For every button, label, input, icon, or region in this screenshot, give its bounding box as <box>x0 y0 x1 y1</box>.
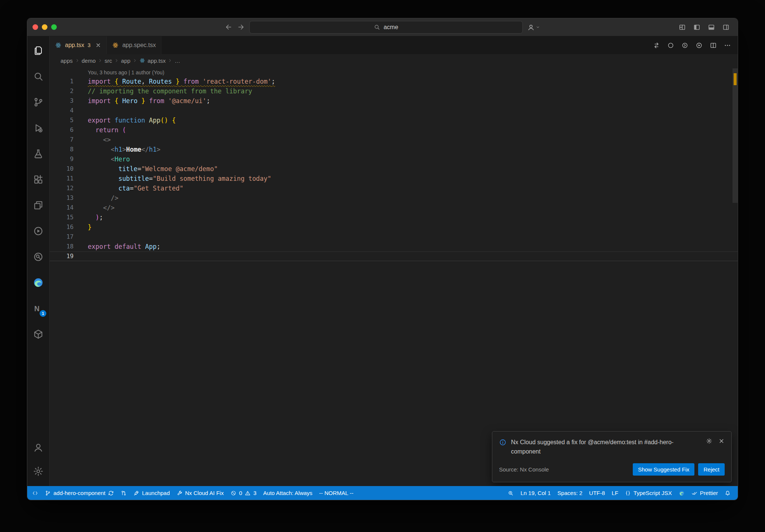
toggle-secondary-sidebar-button[interactable] <box>722 24 730 31</box>
line-number[interactable]: 3 <box>50 96 74 106</box>
run-forward-button[interactable] <box>681 42 688 49</box>
status-prettier[interactable]: Prettier <box>688 486 721 500</box>
status-zoom-indicator[interactable] <box>504 486 517 500</box>
status-gitlens[interactable] <box>117 486 130 500</box>
customize-layout-button[interactable] <box>679 24 686 31</box>
line-number[interactable]: 2 <box>50 86 74 96</box>
notification-settings-icon[interactable] <box>706 438 712 444</box>
code-text[interactable]: export function App() { <box>74 115 176 125</box>
toggle-panel-button[interactable] <box>708 24 715 31</box>
line-number[interactable]: 7 <box>50 135 74 145</box>
close-button[interactable] <box>32 24 38 30</box>
line-number[interactable]: 17 <box>50 232 74 242</box>
activity-settings[interactable] <box>27 459 49 483</box>
line-number[interactable]: 19 <box>50 251 74 261</box>
line-number[interactable]: 10 <box>50 164 74 174</box>
code-text[interactable]: <Hero <box>74 154 130 164</box>
tab-app-spec-tsx[interactable]: app.spec.tsx <box>107 36 161 54</box>
activity-run-debug[interactable] <box>27 115 49 141</box>
activity-accounts[interactable] <box>27 435 49 459</box>
line-number[interactable]: 5 <box>50 115 74 125</box>
breadcrumb-item-0[interactable]: apps <box>61 58 73 64</box>
line-number[interactable]: 11 <box>50 174 74 183</box>
code-text[interactable]: export default App; <box>74 242 161 251</box>
status-cursor-position[interactable]: Ln 19, Col 1 <box>517 486 554 500</box>
line-number[interactable]: 13 <box>50 193 74 203</box>
status-encoding[interactable]: UTF-8 <box>586 486 608 500</box>
code-text[interactable]: ); <box>74 213 103 222</box>
line-number[interactable]: 15 <box>50 213 74 222</box>
status-notifications-bell[interactable] <box>721 486 734 500</box>
breadcrumb-item-3[interactable]: app <box>121 58 130 64</box>
line-number[interactable]: 16 <box>50 222 74 232</box>
notification-close-icon[interactable] <box>718 438 725 444</box>
status-edge-devtools[interactable] <box>675 486 688 500</box>
activity-edge-tools[interactable] <box>27 270 49 296</box>
more-actions-button[interactable] <box>724 42 731 49</box>
activity-testing[interactable] <box>27 141 49 167</box>
line-number[interactable]: 4 <box>50 106 74 115</box>
back-button[interactable] <box>225 23 233 31</box>
breadcrumb-item-5[interactable]: … <box>174 58 180 64</box>
breadcrumb-item-1[interactable]: demo <box>82 58 96 64</box>
activity-extensions[interactable] <box>27 167 49 192</box>
activity-nx-console[interactable]: N1 <box>27 296 49 321</box>
open-changes-button[interactable] <box>653 42 660 49</box>
activity-code-inspect[interactable] <box>27 244 49 270</box>
code-text[interactable]: import { Route, Routes } from 'react-rou… <box>74 77 275 86</box>
status-language-mode[interactable]: TypeScript JSX <box>622 486 675 500</box>
code-text[interactable]: /> <box>74 193 118 203</box>
status-eol[interactable]: LF <box>608 486 622 500</box>
go-to-symbol-button[interactable] <box>667 42 674 49</box>
activity-explorer[interactable] <box>27 38 49 64</box>
code-text[interactable]: <h1>Home</h1> <box>74 145 161 154</box>
code-text[interactable]: return ( <box>74 125 126 135</box>
line-number[interactable]: 6 <box>50 125 74 135</box>
reject-button[interactable]: Reject <box>698 463 725 476</box>
activity-source-control[interactable] <box>27 89 49 115</box>
status-problems[interactable]: 03 <box>227 486 260 500</box>
activity-run-tasks[interactable] <box>27 218 49 244</box>
code-text[interactable]: subtitle="Build something amazing today" <box>74 174 271 183</box>
forward-button[interactable] <box>237 23 245 31</box>
code-text[interactable]: title="Welcmoe @acme/demo" <box>74 164 218 174</box>
breadcrumb-item-4[interactable]: app.tsx <box>139 58 165 64</box>
status-git-branch[interactable]: add-hero-component <box>41 486 117 500</box>
code-text[interactable] <box>74 232 88 242</box>
profile-menu[interactable] <box>527 24 541 31</box>
tab-app-tsx[interactable]: app.tsx3 <box>50 36 107 54</box>
status-vim-mode[interactable]: -- NORMAL -- <box>316 486 357 500</box>
show-suggested-fix-button[interactable]: Show Suggested Fix <box>633 463 695 476</box>
status-launchpad[interactable]: Launchpad <box>130 486 173 500</box>
code-text[interactable]: // importing the component from the libr… <box>74 86 252 96</box>
code-text[interactable]: <> <box>74 135 111 145</box>
status-remote[interactable] <box>29 486 41 500</box>
minimize-button[interactable] <box>42 24 47 30</box>
toggle-primary-sidebar-button[interactable] <box>693 24 700 31</box>
split-editor-button[interactable] <box>710 42 717 49</box>
activity-search[interactable] <box>27 64 49 89</box>
line-number[interactable]: 8 <box>50 145 74 154</box>
code-text[interactable] <box>74 251 88 261</box>
line-number[interactable]: 9 <box>50 154 74 164</box>
command-center-search[interactable]: acme <box>250 21 523 34</box>
maximize-button[interactable] <box>51 24 57 30</box>
run-file-button[interactable] <box>696 42 703 49</box>
status-indentation[interactable]: Spaces: 2 <box>554 486 586 500</box>
line-number[interactable]: 18 <box>50 242 74 251</box>
activity-package-explorer[interactable] <box>27 321 49 347</box>
close-icon[interactable] <box>95 42 101 48</box>
activity-remote-explorer[interactable] <box>27 192 49 218</box>
code-text[interactable]: cta="Get Started" <box>74 183 183 193</box>
line-number[interactable]: 1 <box>50 77 74 86</box>
code-text[interactable]: import { Hero } from '@acme/ui'; <box>74 96 210 106</box>
status-nx-cloud-ai-fix[interactable]: Nx Cloud AI Fix <box>173 486 227 500</box>
line-number[interactable]: 14 <box>50 203 74 213</box>
code-text[interactable]: } <box>74 222 92 232</box>
code-editor[interactable]: You, 3 hours ago | 1 author (You) 1impor… <box>50 67 738 486</box>
line-number[interactable]: 12 <box>50 183 74 193</box>
scrollbar-thumb[interactable] <box>733 68 738 203</box>
status-auto-attach[interactable]: Auto Attach: Always <box>260 486 316 500</box>
code-text[interactable] <box>74 106 88 115</box>
breadcrumb-item-2[interactable]: src <box>105 58 112 64</box>
